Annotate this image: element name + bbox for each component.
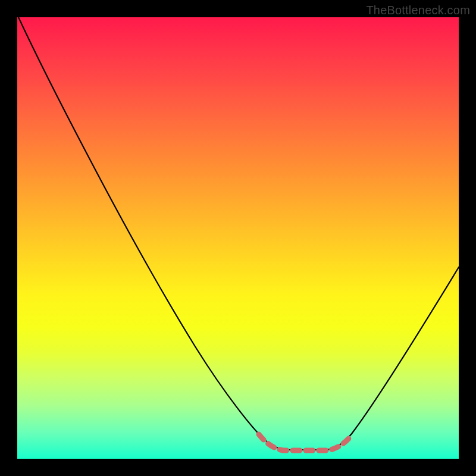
plot-area [17,17,459,459]
chart-frame: TheBottleneck.com [0,0,476,476]
curve-svg [17,17,459,459]
optimal-flat-region [259,434,352,450]
bottleneck-curve [18,17,459,450]
watermark-text: TheBottleneck.com [366,4,470,17]
